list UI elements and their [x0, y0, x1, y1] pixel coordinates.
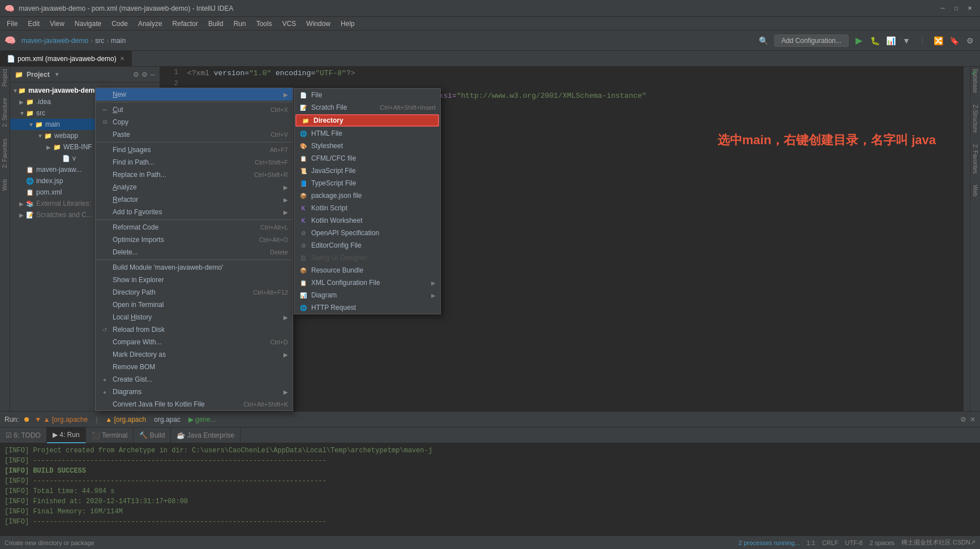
submenu-new[interactable]: 📄 File 📝 Scratch File Ctrl+Alt+Shift+Ins… [294, 88, 441, 314]
ctx-item-convert-java[interactable]: Convert Java File to Kotlin File Ctrl+Al… [96, 398, 293, 410]
minimize-button[interactable]: ─ [937, 3, 948, 14]
ctx-item-optimize[interactable]: Optimize Imports Ctrl+Alt+O [96, 234, 293, 246]
submenu-item-scratch[interactable]: 📝 Scratch File Ctrl+Alt+Shift+Insert [294, 101, 440, 114]
search-everywhere-icon[interactable]: 🔍 [758, 35, 770, 46]
sidebar-project-icon[interactable]: Project [2, 69, 8, 87]
settings-icon[interactable]: ⚙ [964, 35, 975, 46]
menu-tools[interactable]: Tools [252, 19, 277, 29]
right-tab-web[interactable]: Web [972, 185, 978, 196]
run-config-button[interactable]: Add Configuration... [774, 34, 849, 47]
bottom-tab-java-enterprise[interactable]: ☕ Java Enterprise [171, 427, 240, 443]
more-run-icon[interactable]: ▼ [901, 35, 912, 46]
ctx-item-cut[interactable]: ✂ Cut Ctrl+X [96, 103, 293, 116]
ctx-item-paste[interactable]: Paste Ctrl+V [96, 128, 293, 141]
submenu-item-file[interactable]: 📄 File [294, 89, 440, 101]
processes-status[interactable]: 2 processes running... [738, 539, 800, 546]
run-tree-item4[interactable]: ▶ gene... [188, 416, 216, 423]
sidebar-web-icon[interactable]: Web [2, 179, 8, 191]
menu-view[interactable]: View [45, 19, 69, 29]
ctx-item-open-terminal[interactable]: Open in Terminal [96, 299, 293, 311]
menu-navigate[interactable]: Navigate [70, 19, 106, 29]
encoding-status[interactable]: UTF-8 [845, 539, 863, 546]
menu-run[interactable]: Run [229, 19, 251, 29]
submenu-item-stylesheet[interactable]: 🎨 Stylesheet [294, 140, 440, 152]
ctx-item-delete[interactable]: Delete... Delete [96, 246, 293, 258]
submenu-item-js[interactable]: 📜 JavaScript File [294, 165, 440, 177]
menu-edit[interactable]: Edit [23, 19, 44, 29]
submenu-item-diagram[interactable]: 📊 Diagram ▶ [294, 289, 440, 301]
bottom-tab-run[interactable]: ▶ 4: Run [47, 427, 86, 443]
spaces-status[interactable]: 2 spaces [870, 539, 895, 546]
submenu-item-packagejson[interactable]: 📦 package.json file [294, 189, 440, 202]
panel-sync-icon[interactable]: ⚙ [133, 71, 139, 79]
ctx-item-show-explorer[interactable]: Show in Explorer [96, 274, 293, 286]
run-icon[interactable]: ▶ [853, 35, 865, 46]
ctx-item-find-usages[interactable]: Find Usages Alt+F7 [96, 144, 293, 156]
submenu-item-cfml[interactable]: 📋 CFML/CFC file [294, 152, 440, 165]
ctx-item-copy[interactable]: ⧉ Copy [96, 116, 293, 128]
breadcrumb-src[interactable]: src [95, 37, 104, 45]
menu-build[interactable]: Build [204, 19, 228, 29]
run-tree-item3[interactable]: org.apac [154, 416, 180, 423]
menu-code[interactable]: Code [107, 19, 132, 29]
panel-minimize-icon[interactable]: ─ [150, 71, 155, 79]
run-tree-item2[interactable]: ▲ [org.apach [105, 416, 146, 423]
menu-help[interactable]: Help [336, 19, 359, 29]
tab-close-button[interactable]: ✕ [120, 55, 124, 62]
submenu-item-ts[interactable]: 📘 TypeScript File [294, 177, 440, 189]
breadcrumb-main[interactable]: main [111, 37, 126, 45]
submenu-item-kotlin-worksheet[interactable]: K Kotlin Worksheet [294, 214, 440, 227]
submenu-item-http[interactable]: 🌐 HTTP Request [294, 301, 440, 314]
ctx-item-find-in-path[interactable]: Find in Path... Ctrl+Shift+F [96, 156, 293, 168]
submenu-item-html[interactable]: 🌐 HTML File [294, 127, 440, 140]
menu-window[interactable]: Window [302, 19, 335, 29]
ctx-item-refactor[interactable]: Refactor ▶ [96, 193, 293, 206]
ctx-item-new[interactable]: New ▶ 📄 File 📝 Scratch File Ctrl+Alt+Shi… [96, 88, 293, 101]
vertical-scrollbar[interactable] [963, 67, 970, 411]
run-tree-item1[interactable]: ▼ ▲ [org.apache [35, 416, 88, 423]
menu-file[interactable]: File [2, 19, 22, 29]
ctx-item-reformat[interactable]: Reformat Code Ctrl+Alt+L [96, 221, 293, 234]
position-status[interactable]: 1:1 [807, 539, 815, 546]
run-with-coverage-icon[interactable]: 📊 [885, 35, 896, 46]
line-sep-status[interactable]: CRLF [822, 539, 839, 546]
ctx-item-create-gist[interactable]: ● Create Gist... [96, 373, 293, 386]
submenu-item-resource[interactable]: 📦 Resource Bundle [294, 264, 440, 276]
bottom-tab-todo[interactable]: ☑ 6: TODO [0, 427, 47, 443]
ctx-item-analyze[interactable]: Analyze ▶ [96, 181, 293, 193]
maximize-button[interactable]: □ [951, 3, 962, 14]
submenu-item-editorconfig[interactable]: ⚙ EditorConfig File [294, 239, 440, 252]
submenu-item-directory[interactable]: 📁 Directory [295, 114, 439, 127]
menu-analyze[interactable]: Analyze [134, 19, 167, 29]
bookmark-icon[interactable]: 🔖 [948, 35, 960, 46]
ctx-item-directory-path[interactable]: Directory Path Ctrl+Alt+F12 [96, 286, 293, 299]
right-tab-zstructure[interactable]: Z-Structure [972, 105, 978, 133]
ctx-item-remove-bom[interactable]: Remove BOM [96, 361, 293, 373]
panel-settings-icon[interactable]: ⚙ [141, 71, 148, 79]
ctx-item-compare[interactable]: Compare With... Ctrl+D [96, 336, 293, 348]
bottom-tab-terminal[interactable]: ⬛ Terminal [86, 427, 134, 443]
ctx-item-replace-in-path[interactable]: Replace in Path... Ctrl+Shift+R [96, 168, 293, 181]
close-button[interactable]: ✕ [964, 3, 975, 14]
submenu-item-xml-config[interactable]: 📋 XML Configuration File ▶ [294, 276, 440, 289]
breadcrumb-project[interactable]: maven-javaweb-demo [22, 37, 88, 45]
run-settings-icon[interactable]: ⚙ [960, 416, 966, 423]
bottom-tab-build[interactable]: 🔨 Build [134, 427, 171, 443]
context-menu[interactable]: New ▶ 📄 File 📝 Scratch File Ctrl+Alt+Shi… [95, 88, 293, 411]
ctx-item-add-favorites[interactable]: Add to Favorites ▶ [96, 206, 293, 218]
ctx-item-reload[interactable]: ↺ Reload from Disk [96, 323, 293, 336]
run-stop-icon[interactable]: ✕ [970, 416, 975, 423]
sidebar-favorites-icon[interactable]: 2: Favorites [2, 139, 8, 168]
vcs-icon[interactable]: 🔀 [932, 35, 944, 46]
ctx-item-mark-dir[interactable]: Mark Directory as ▶ [96, 348, 293, 361]
menu-refactor[interactable]: Refactor [168, 19, 203, 29]
submenu-item-openapi[interactable]: ⚙ OpenAPI Specification [294, 227, 440, 239]
ctx-item-build-module[interactable]: Build Module 'maven-javaweb-demo' [96, 261, 293, 274]
tab-pom-xml[interactable]: 📄 pom.xml (maven-javaweb-demo) ✕ [0, 51, 132, 67]
debug-icon[interactable]: 🐛 [869, 35, 880, 46]
right-tab-favorites[interactable]: 2: Favorites [972, 144, 978, 174]
ctx-item-local-history[interactable]: Local History ▶ [96, 311, 293, 323]
ctx-item-diagrams[interactable]: ● Diagrams ▶ [96, 386, 293, 398]
sidebar-structure-icon[interactable]: 2: Structure [2, 98, 8, 127]
submenu-item-kotlin-script[interactable]: K Kotlin Script [294, 202, 440, 214]
